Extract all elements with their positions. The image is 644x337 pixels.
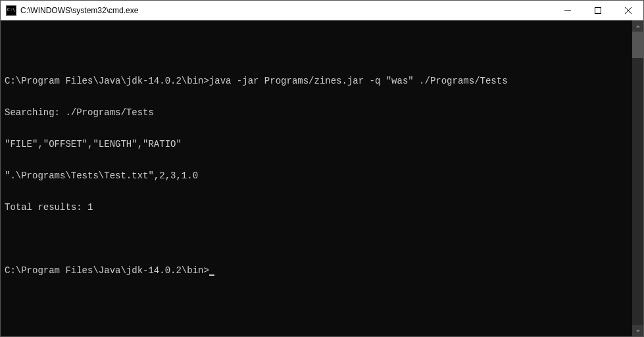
scrollbar-up-button[interactable]	[632, 20, 643, 32]
terminal-container: C:\Program Files\Java\jdk-14.0.2\bin>jav…	[1, 20, 643, 336]
chevron-up-icon	[635, 24, 641, 29]
maximize-button[interactable]	[583, 1, 613, 20]
terminal-output-line: "FILE","OFFSET","LENGTH","RATIO"	[5, 139, 628, 149]
terminal-line: C:\Program Files\Java\jdk-14.0.2\bin>jav…	[5, 76, 628, 86]
minimize-button[interactable]	[553, 1, 583, 20]
window-controls	[553, 1, 643, 20]
scrollbar-thumb[interactable]	[632, 32, 643, 58]
terminal-output-line: Searching: ./Programs/Tests	[5, 107, 628, 118]
cmd-icon: C:\	[6, 5, 16, 16]
chevron-down-icon	[635, 328, 641, 334]
minimize-icon	[564, 7, 571, 14]
prompt: C:\Program Files\Java\jdk-14.0.2\bin>	[5, 265, 209, 276]
terminal-output-line: Total results: 1	[5, 202, 628, 213]
terminal-output-line: ".\Programs\Tests\Test.txt",2,3,1.0	[5, 170, 628, 181]
terminal[interactable]: C:\Program Files\Java\jdk-14.0.2\bin>jav…	[1, 20, 632, 336]
prompt: C:\Program Files\Java\jdk-14.0.2\bin>	[5, 76, 209, 86]
maximize-icon	[595, 7, 601, 14]
scrollbar[interactable]	[632, 20, 643, 336]
command-text: java -jar Programs/zines.jar -q "was" ./…	[209, 76, 508, 86]
cmd-window: C:\ C:\WINDOWS\system32\cmd.exe	[0, 0, 644, 337]
close-button[interactable]	[613, 1, 643, 20]
scrollbar-down-button[interactable]	[632, 325, 643, 336]
close-icon	[625, 7, 632, 14]
svg-rect-1	[595, 7, 601, 13]
window-title: C:\WINDOWS\system32\cmd.exe	[20, 6, 553, 15]
cursor	[209, 274, 214, 276]
titlebar[interactable]: C:\ C:\WINDOWS\system32\cmd.exe	[1, 1, 643, 20]
terminal-line: C:\Program Files\Java\jdk-14.0.2\bin>	[5, 265, 628, 276]
